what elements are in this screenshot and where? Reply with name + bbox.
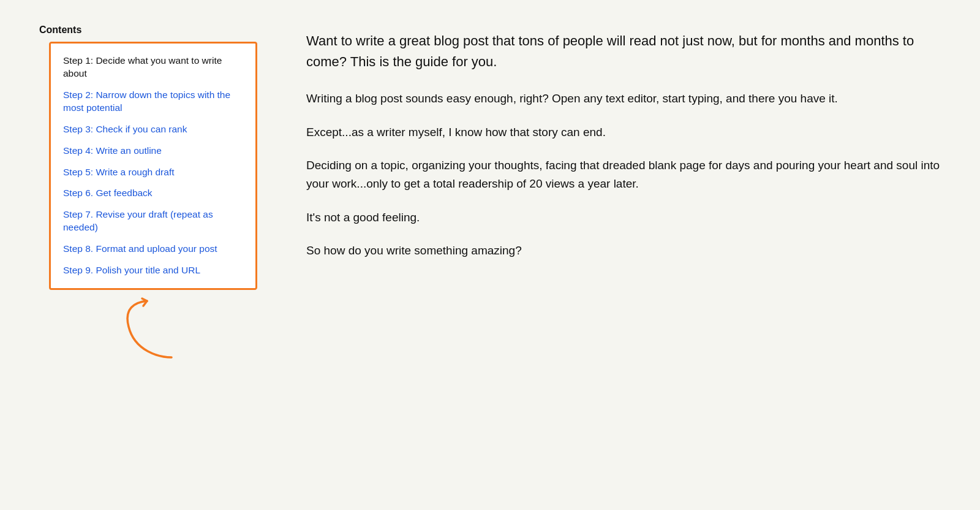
body-paragraphs: Writing a blog post sounds easy enough, … <box>306 89 943 260</box>
arrow-container <box>49 296 257 370</box>
toc-item-step4[interactable]: Step 4: Write an outline <box>63 145 243 158</box>
body-paragraph-2: Except...as a writer myself, I know how … <box>306 123 943 142</box>
toc-item-step6[interactable]: Step 6. Get feedback <box>63 187 243 200</box>
toc-item-step3[interactable]: Step 3: Check if you can rank <box>63 123 243 136</box>
arrow-icon <box>116 296 190 363</box>
intro-paragraph: Want to write a great blog post that ton… <box>306 31 943 72</box>
toc-item-step7[interactable]: Step 7. Revise your draft (repeat as nee… <box>63 208 243 234</box>
toc-item-step5[interactable]: Step 5: Write a rough draft <box>63 166 243 179</box>
contents-label: Contents <box>37 25 81 36</box>
body-paragraph-5: So how do you write something amazing? <box>306 242 943 260</box>
left-column: Contents Step 1: Decide what you want to… <box>37 25 270 370</box>
body-paragraph-1: Writing a blog post sounds easy enough, … <box>306 89 943 108</box>
toc-item-step9[interactable]: Step 9. Polish your title and URL <box>63 264 243 277</box>
body-paragraph-4: It's not a good feeling. <box>306 208 943 227</box>
right-column: Want to write a great blog post that ton… <box>306 25 943 370</box>
toc-box: Step 1: Decide what you want to write ab… <box>49 42 257 290</box>
toc-item-step1: Step 1: Decide what you want to write ab… <box>63 55 243 80</box>
page-wrapper: Contents Step 1: Decide what you want to… <box>37 25 943 370</box>
toc-item-step8[interactable]: Step 8. Format and upload your post <box>63 243 243 256</box>
toc-item-step2[interactable]: Step 2: Narrow down the topics with the … <box>63 89 243 115</box>
body-paragraph-3: Deciding on a topic, organizing your tho… <box>306 156 943 194</box>
